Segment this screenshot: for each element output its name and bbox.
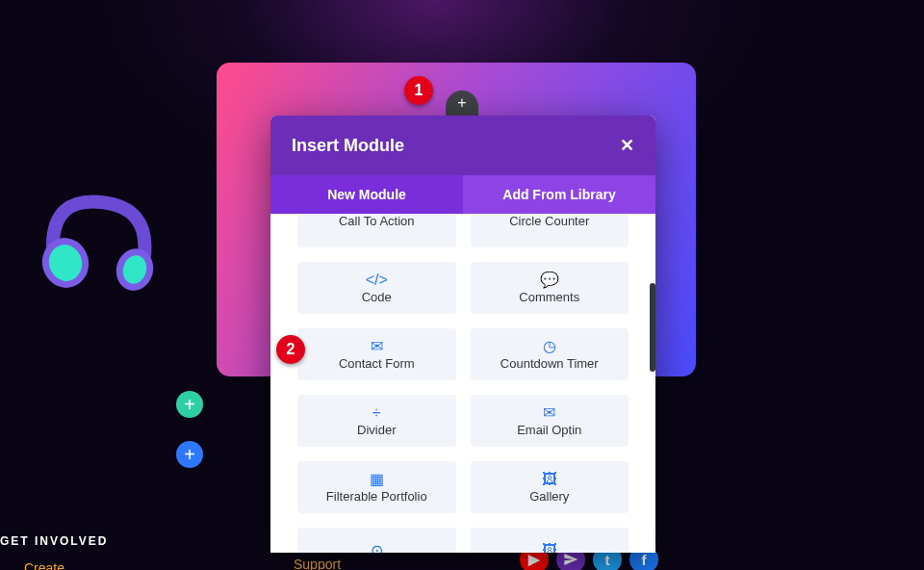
footer-heading: GET INVOLVED (0, 534, 108, 548)
svg-point-0 (37, 233, 94, 294)
module-item[interactable]: 🖼 (471, 528, 629, 553)
insert-module-modal: Insert Module ✕ New Module Add From Libr… (270, 116, 655, 553)
add-row-button[interactable]: + (176, 391, 203, 418)
scrollbar-thumb[interactable] (650, 283, 655, 372)
divider-icon: ÷ (372, 405, 381, 421)
module-label: Email Optin (517, 423, 581, 437)
module-label: Divider (357, 423, 396, 437)
headphones-illustration (24, 178, 168, 323)
mail-icon: ✉ (371, 339, 383, 354)
module-code[interactable]: </> Code (297, 262, 456, 314)
close-icon[interactable]: ✕ (620, 135, 634, 156)
image-icon: 🖼 (542, 543, 557, 553)
modal-title: Insert Module (292, 136, 404, 156)
module-circle-counter[interactable]: Circle Counter (471, 214, 629, 247)
module-comments[interactable]: 💬 Comments (471, 262, 629, 314)
module-grid: Call To Action Circle Counter </> Code 💬… (270, 214, 655, 553)
module-label: Circle Counter (509, 214, 589, 228)
add-module-handle[interactable]: + (446, 91, 478, 116)
svg-point-1 (45, 241, 87, 285)
module-label: Gallery (529, 489, 569, 504)
svg-point-3 (120, 252, 150, 286)
module-contact-form[interactable]: ✉ Contact Form (297, 328, 456, 380)
module-item[interactable]: ⊙ (297, 528, 456, 553)
modal-tabs: New Module Add From Library (270, 175, 655, 214)
module-divider[interactable]: ÷ Divider (297, 395, 456, 447)
mail-icon: ✉ (543, 405, 555, 421)
tab-add-from-library[interactable]: Add From Library (463, 175, 655, 214)
add-section-button[interactable]: + (176, 441, 203, 468)
modal-header: Insert Module ✕ (270, 116, 655, 175)
annotation-badge-2: 2 (276, 335, 305, 364)
module-label: Call To Action (339, 214, 415, 228)
tab-new-module[interactable]: New Module (270, 175, 463, 214)
module-call-to-action[interactable]: Call To Action (297, 214, 456, 247)
module-label: Filterable Portfolio (326, 489, 427, 504)
module-filterable-portfolio[interactable]: ▦ Filterable Portfolio (297, 461, 456, 513)
footer-link-support[interactable]: Support (294, 557, 341, 570)
image-icon: 🖼 (542, 472, 557, 487)
grid-icon: ▦ (370, 472, 384, 487)
comments-icon: 💬 (540, 272, 559, 288)
module-gallery[interactable]: 🖼 Gallery (471, 461, 629, 513)
code-icon: </> (366, 272, 388, 288)
module-email-optin[interactable]: ✉ Email Optin (471, 395, 629, 447)
module-label: Code (362, 290, 392, 304)
module-label: Countdown Timer (500, 356, 599, 371)
footer-link-create[interactable]: Create (24, 560, 64, 570)
annotation-badge-1: 1 (404, 76, 433, 105)
timer-icon: ◷ (543, 339, 556, 354)
module-countdown-timer[interactable]: ◷ Countdown Timer (471, 328, 629, 380)
circle-dot-icon: ⊙ (371, 543, 383, 553)
svg-point-2 (112, 245, 158, 295)
module-label: Comments (519, 290, 579, 304)
module-label: Contact Form (339, 356, 415, 371)
